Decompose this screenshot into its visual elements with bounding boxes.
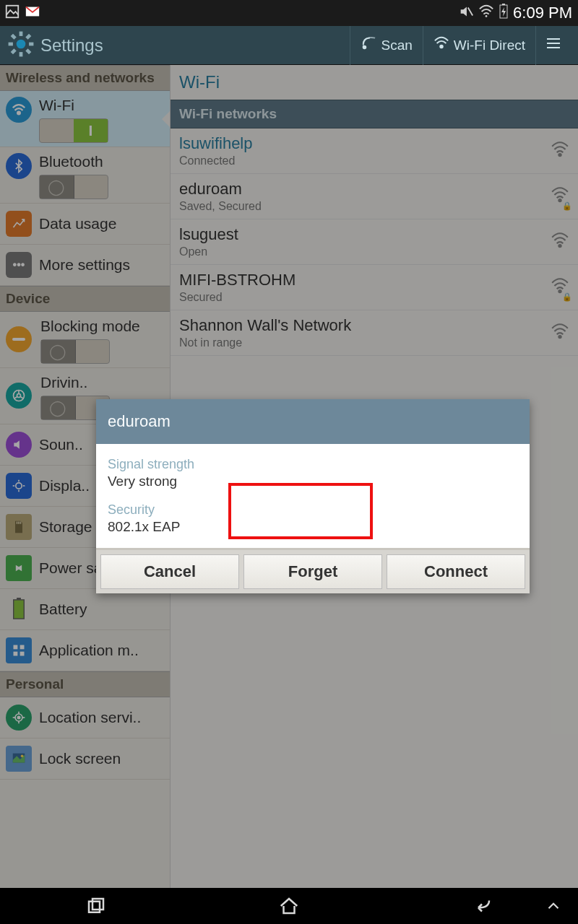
mute-icon <box>458 4 474 23</box>
svg-point-3 <box>486 15 488 17</box>
nav-bar <box>0 888 578 924</box>
scan-button[interactable]: Scan <box>350 26 422 65</box>
content-area: Wireless and networks Wi-Fi I Bluetooth … <box>0 65 578 888</box>
wifi-direct-label: Wi-Fi Direct <box>454 38 525 53</box>
forget-button[interactable]: Forget <box>243 554 382 589</box>
dialog-title: eduroam <box>96 399 530 444</box>
picture-icon <box>4 4 20 23</box>
svg-rect-5 <box>502 4 505 5</box>
security-label: Security <box>108 502 518 518</box>
home-button[interactable] <box>276 893 302 919</box>
svg-line-11 <box>12 35 15 38</box>
wifi-direct-icon <box>434 35 449 55</box>
svg-line-2 <box>468 7 473 15</box>
gmail-icon <box>25 4 40 23</box>
svg-point-15 <box>363 46 366 49</box>
connect-button[interactable]: Connect <box>387 554 525 589</box>
svg-line-13 <box>12 49 15 53</box>
wifi-icon <box>478 4 494 23</box>
scan-icon <box>361 35 376 55</box>
svg-point-6 <box>17 39 26 48</box>
page-title: Settings <box>40 35 103 56</box>
settings-gear-icon <box>7 30 35 61</box>
menu-button[interactable] <box>535 26 571 65</box>
clock: 6:09 PM <box>513 4 572 22</box>
menu-icon <box>545 35 562 56</box>
svg-rect-54 <box>92 899 103 910</box>
svg-line-12 <box>27 49 30 53</box>
action-bar: Settings Scan Wi-Fi Direct <box>0 26 578 65</box>
security-value: 802.1x EAP <box>108 519 518 535</box>
signal-strength-value: Very strong <box>108 474 518 489</box>
wifi-direct-button[interactable]: Wi-Fi Direct <box>423 26 535 65</box>
svg-point-16 <box>440 45 443 48</box>
cancel-button[interactable]: Cancel <box>100 554 239 589</box>
signal-strength-label: Signal strength <box>108 457 518 472</box>
status-bar: 6:09 PM <box>0 0 578 26</box>
scan-label: Scan <box>381 38 412 53</box>
back-button[interactable] <box>469 893 495 919</box>
svg-line-14 <box>27 35 30 38</box>
svg-rect-53 <box>89 902 100 912</box>
network-dialog: eduroam Signal strength Very strong Secu… <box>96 399 530 593</box>
recent-apps-button[interactable] <box>83 893 109 919</box>
battery-charging-icon <box>499 4 509 23</box>
expand-button[interactable] <box>540 893 566 919</box>
